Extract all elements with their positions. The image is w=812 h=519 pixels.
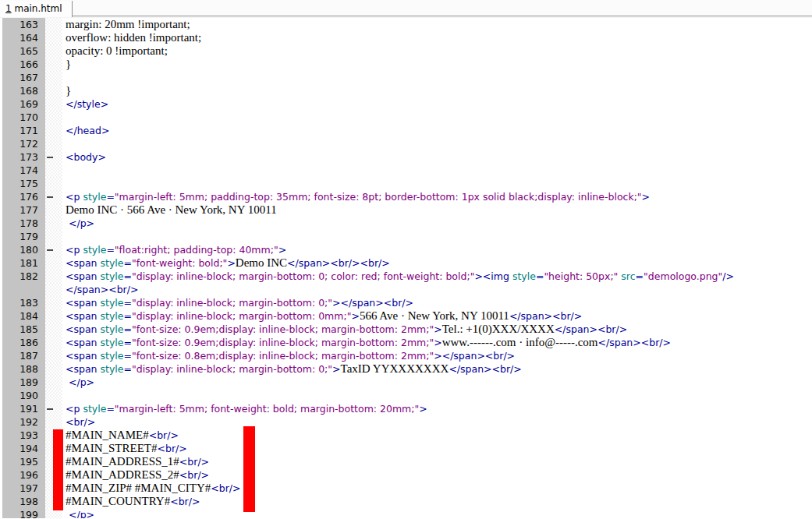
- code-text[interactable]: [62, 137, 812, 150]
- code-text[interactable]: [62, 71, 812, 84]
- code-line[interactable]: 170: [0, 111, 812, 124]
- code-line[interactable]: 174: [0, 164, 812, 177]
- code-text[interactable]: }: [62, 58, 812, 71]
- code-line[interactable]: </span><br/>: [0, 283, 812, 296]
- code-line[interactable]: 175: [0, 177, 812, 190]
- code-line[interactable]: 173<body>: [0, 150, 812, 164]
- code-token: <p: [66, 403, 83, 415]
- code-line[interactable]: 183<span style="display: inline-block; m…: [0, 296, 812, 309]
- code-line[interactable]: 163margin: 20mm !important;: [0, 18, 812, 31]
- code-line[interactable]: 172: [0, 137, 812, 150]
- code-line[interactable]: 166}: [0, 58, 812, 71]
- code-text[interactable]: <span style="display: inline-block; marg…: [62, 270, 812, 283]
- code-text[interactable]: #MAIN_NAME#<br/>: [62, 429, 812, 442]
- code-line[interactable]: 198#MAIN_COUNTRY#<br/>: [0, 495, 812, 508]
- code-editor[interactable]: 163margin: 20mm !important;164overflow: …: [0, 18, 812, 518]
- line-number: 187: [0, 349, 45, 362]
- fold-marker-icon[interactable]: [47, 196, 53, 198]
- code-token: <p: [66, 244, 83, 256]
- code-text[interactable]: #MAIN_COUNTRY#<br/>: [62, 495, 812, 508]
- code-text[interactable]: </span><br/>: [62, 283, 812, 296]
- code-token: </span><br/>: [66, 284, 138, 295]
- code-line[interactable]: 179: [0, 230, 812, 243]
- code-text[interactable]: </p>: [62, 376, 812, 389]
- code-line[interactable]: 165opacity: 0 !important;: [0, 44, 812, 58]
- code-text[interactable]: [62, 230, 812, 243]
- code-token: =: [123, 323, 131, 335]
- code-line[interactable]: 176<p style="margin-left: 5mm; padding-t…: [0, 190, 812, 203]
- code-line[interactable]: 197#MAIN_ZIP# #MAIN_CITY#<br/>: [0, 482, 812, 495]
- code-line[interactable]: 189 </p>: [0, 376, 812, 389]
- code-line[interactable]: 184<span style="display: inline-block; m…: [0, 309, 812, 323]
- code-text[interactable]: [62, 164, 812, 177]
- code-text[interactable]: #MAIN_ADDRESS_1#<br/>: [62, 455, 812, 468]
- code-text[interactable]: opacity: 0 !important;: [62, 44, 812, 58]
- fold-margin: [45, 230, 62, 243]
- code-text[interactable]: margin: 20mm !important;: [62, 18, 812, 31]
- fold-marker-icon[interactable]: [47, 249, 53, 251]
- code-text[interactable]: </p>: [62, 217, 812, 230]
- code-text[interactable]: overflow: hidden !important;: [62, 31, 812, 44]
- fold-marker-icon[interactable]: [47, 408, 53, 410]
- code-line[interactable]: 177Demo INC · 566 Ave · New York, NY 100…: [0, 203, 812, 217]
- code-line[interactable]: 190: [0, 389, 812, 402]
- fold-marker-icon[interactable]: [47, 157, 53, 158]
- code-line[interactable]: 182<span style="display: inline-block; m…: [0, 270, 812, 283]
- code-text[interactable]: <p style="margin-left: 5mm; font-weight:…: [62, 402, 812, 415]
- code-line[interactable]: 199 </p>: [0, 508, 812, 518]
- code-text[interactable]: <span style="font-weight: bold;">Demo IN…: [62, 256, 812, 270]
- code-text[interactable]: <span style="display: inline-block; marg…: [62, 296, 812, 309]
- code-token: <p: [66, 191, 83, 203]
- code-line[interactable]: 171</head>: [0, 124, 812, 137]
- code-line[interactable]: 168}: [0, 84, 812, 97]
- code-line[interactable]: 167: [0, 71, 812, 84]
- code-line[interactable]: 180<p style="float:right; padding-top: 4…: [0, 243, 812, 256]
- code-text[interactable]: <body>: [62, 150, 812, 164]
- line-number: 193: [0, 429, 45, 442]
- code-line[interactable]: 195#MAIN_ADDRESS_1#<br/>: [0, 455, 812, 468]
- line-number: 186: [0, 336, 45, 349]
- code-text[interactable]: #MAIN_STREET#<br/>: [62, 442, 812, 455]
- code-text[interactable]: </p>: [62, 508, 812, 518]
- code-text[interactable]: }: [62, 84, 812, 97]
- code-text[interactable]: Demo INC · 566 Ave · New York, NY 10011: [62, 203, 812, 217]
- code-text[interactable]: </head>: [62, 124, 812, 137]
- code-token: <br/>: [211, 482, 240, 494]
- line-number: 175: [0, 177, 45, 190]
- code-text[interactable]: </style>: [62, 97, 812, 111]
- code-text[interactable]: <span style="font-size: 0.9em;display: i…: [62, 336, 812, 349]
- code-token: <body>: [66, 151, 106, 163]
- code-token: "font-size: 0.8em;display: inline-block;…: [132, 350, 434, 362]
- code-line[interactable]: 178 </p>: [0, 217, 812, 230]
- code-line[interactable]: 193#MAIN_NAME#<br/>: [0, 429, 812, 442]
- code-line[interactable]: 188<span style="display: inline-block; m…: [0, 362, 812, 376]
- code-text[interactable]: <span style="font-size: 0.8em;display: i…: [62, 349, 812, 362]
- code-line[interactable]: 181<span style="font-weight: bold;">Demo…: [0, 256, 812, 270]
- code-line[interactable]: 191<p style="margin-left: 5mm; font-weig…: [0, 402, 812, 415]
- code-line[interactable]: 187<span style="font-size: 0.8em;display…: [0, 349, 812, 362]
- code-token: >: [278, 244, 286, 256]
- code-text[interactable]: <span style="font-size: 0.9em;display: i…: [62, 323, 812, 336]
- code-line[interactable]: 186<span style="font-size: 0.9em;display…: [0, 336, 812, 349]
- code-text[interactable]: <span style="display: inline-block; marg…: [62, 309, 812, 323]
- code-line[interactable]: 185<span style="font-size: 0.9em;display…: [0, 323, 812, 336]
- tab-main-html[interactable]: 1 main.html: [0, 1, 73, 17]
- code-text[interactable]: [62, 177, 812, 190]
- code-token: }: [66, 84, 71, 97]
- code-text[interactable]: #MAIN_ZIP# #MAIN_CITY#<br/>: [62, 482, 812, 495]
- code-line[interactable]: 192<br/>: [0, 415, 812, 429]
- code-text[interactable]: <p style="margin-left: 5mm; padding-top:…: [62, 190, 812, 203]
- code-line[interactable]: 169</style>: [0, 97, 812, 111]
- code-line[interactable]: 164overflow: hidden !important;: [0, 31, 812, 44]
- code-text[interactable]: [62, 111, 812, 124]
- code-token: </span><br/>: [449, 363, 521, 375]
- code-line[interactable]: 194#MAIN_STREET#<br/>: [0, 442, 812, 455]
- code-line[interactable]: 196#MAIN_ADDRESS_2#<br/>: [0, 468, 812, 482]
- line-number: 190: [0, 389, 45, 402]
- code-text[interactable]: <br/>: [62, 415, 812, 429]
- code-text[interactable]: #MAIN_ADDRESS_2#<br/>: [62, 468, 812, 482]
- code-token: </span><br/>: [509, 310, 582, 322]
- code-text[interactable]: [62, 389, 812, 402]
- code-text[interactable]: <span style="display: inline-block; marg…: [62, 362, 812, 376]
- code-text[interactable]: <p style="float:right; padding-top: 40mm…: [62, 243, 812, 256]
